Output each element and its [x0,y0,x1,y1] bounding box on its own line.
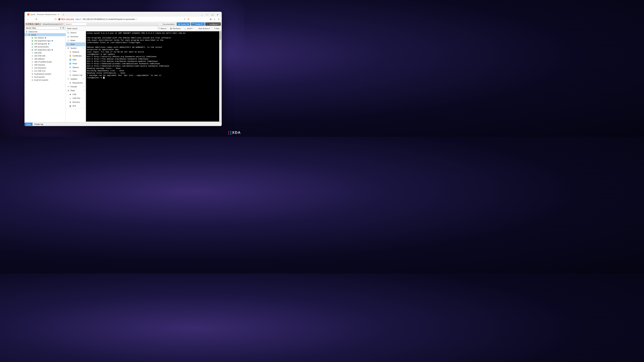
gear-icon: ⚙ [69,66,72,68]
security-status[interactable]: ! Not secure [58,18,74,21]
tree-label: 111 (VM 111) [34,70,46,72]
reboot-button[interactable]: ↻ Reboot [157,27,168,30]
global-search-input[interactable] [65,23,87,25]
extensions-icon[interactable]: ⊞ [209,18,212,21]
node-toolbar: Node 'ayush' ↻ Reboot ⏻ Shutdown >_ Shel… [66,26,222,31]
cluster-log-tab[interactable]: Cluster log [32,123,45,126]
tree-item[interactable]: 🗄Datacenter [24,30,66,33]
tree-item[interactable]: 🖥110 (Ubuntu2) [24,66,66,69]
user-menu[interactable]: 👤 root@pam ▾ [205,22,221,26]
tree-item[interactable]: 🖥100 (HA) [24,51,66,54]
close-icon[interactable]: ✕ [216,13,219,16]
gear-icon[interactable]: ⚙ [62,27,65,29]
documentation-button[interactable]: 📄 Documentation [158,22,176,26]
new-tab-button[interactable]: + [62,13,65,16]
node-title: Node 'ayush' [67,27,156,29]
shield-icon: 🛡 [67,86,70,88]
storage-icon: ⊞ [31,73,34,75]
menu-disks[interactable]: ⊟Disks▽ [66,89,85,92]
browser-window: ayush - Proxmox Virtual Environ ✕ + ⌄ — … [24,12,222,126]
refresh-icon: ↻ [67,78,70,80]
menu-notes[interactable]: ▢Notes [66,38,85,42]
create-vm-button[interactable]: 🖥 Create VM [177,22,190,26]
shield-icon[interactable]: ⛨ [187,18,190,21]
menu-system[interactable]: ⚙System▽ [66,46,85,50]
browser-tabbar: ayush - Proxmox Virtual Environ ✕ + ⌄ — … [24,12,222,16]
guest-icon: ◧ [31,46,34,48]
bulk-actions-button[interactable]: ⋮ Bulk Actions ▾ [195,27,211,30]
download-icon[interactable]: ⭳ [213,18,216,21]
shutdown-button[interactable]: ⏻ Shutdown [169,27,182,30]
forward-button[interactable]: → [30,18,34,21]
menu-lvm-thin[interactable]: ▢LVM-Thin [66,96,85,100]
help-button[interactable]: ? Help [213,27,220,30]
menu-hosts[interactable]: 🌐Hosts [66,62,85,65]
menu-search[interactable]: 🔍Search [66,31,85,35]
tree-item[interactable]: ◧101 (dashy) [24,36,66,39]
menu-network[interactable]: ⇆Network [66,50,85,54]
guest-icon: ◧ [31,43,34,45]
menu-zfs[interactable]: ▦ZFS [66,104,85,108]
terminal-output[interactable]: Linux ayush 6.8.4-2-pve #1 SMP PREEMPT_D… [86,31,219,121]
view-selector[interactable]: Server View ▾ [25,26,62,29]
terminal-scrollbar[interactable] [219,31,221,121]
tree-item[interactable]: ◧105 (zoneminder) [24,45,66,48]
back-button[interactable]: ← [26,18,29,21]
proxmox-logo[interactable]: ✖ PROXMOX [26,22,41,26]
guest-icon: 🖥 [31,55,34,57]
url-field[interactable]: https://192.168.29.225:8006/#v1:0:=node%… [75,18,182,20]
shell-button[interactable]: >_ Shell ▾ [183,27,194,30]
reload-button[interactable]: ⟳ [35,18,38,21]
menu-syslog[interactable]: ☰System Log [66,73,85,77]
guest-icon: ◧ [31,37,34,39]
minimize-icon[interactable]: — [206,13,209,16]
product-version: Virtual Environment 8.2.7 [42,23,63,25]
menu-summary[interactable]: 📖Summary [66,35,85,38]
menu-shell[interactable]: >_Shell [66,42,85,46]
chevron-down-icon[interactable]: ⌄ [200,13,204,16]
tree-item[interactable]: ⊞localnetwork (ayush) [24,72,66,75]
cogs-icon: ⚙ [67,47,70,49]
tree-item[interactable]: ⊟local (ayush) [24,75,66,78]
menu-time[interactable]: 🕒Time [66,69,85,73]
maximize-icon[interactable]: ▢ [211,13,214,16]
tree-item[interactable]: 🖥109 (Ubuntu) [24,63,66,66]
alert-icon: ! [58,18,60,20]
scrollbar-thumb[interactable] [219,31,221,40]
tree-label: 109 (Ubuntu) [34,64,45,66]
menu-certificates[interactable]: 🏅Certificates [66,54,85,58]
square-icon: ■ [69,93,72,95]
menu-directory[interactable]: ■Directory [66,100,85,104]
tree-item[interactable]: 🖥106 (debian) [24,57,66,60]
expand-icon: ▷ [83,86,84,87]
tree-item[interactable]: 🗄ayush [24,33,66,36]
create-ct-button[interactable]: 📦 Create CT [191,22,205,26]
main-panel: Node 'ayush' ↻ Reboot ⏻ Shutdown >_ Shel… [66,26,222,122]
menu-options[interactable]: ⚙Options [66,65,85,69]
bracket-icon: [ [228,130,230,135]
menu-dns[interactable]: 🌐DNS [66,58,85,62]
menu-repositories[interactable]: ⧉Repositories [66,81,85,85]
tree-item[interactable]: 🖥108 (TrueNAS-Scale) [24,60,66,63]
bookmark-icon[interactable]: ☐ [54,18,57,21]
tree-item[interactable]: ◧104 (wireguard) [24,42,66,45]
menu-scroll-down[interactable]: ⌄ [66,108,85,110]
browser-tab[interactable]: ayush - Proxmox Virtual Environ ✕ [26,12,61,16]
guest-icon: 🖥 [31,67,34,69]
menu-lvm[interactable]: ■LVM [66,92,85,96]
tasks-tab[interactable]: Tasks [24,123,32,126]
menu-firewall[interactable]: 🛡Firewall▷ [66,85,85,89]
tab-close-icon[interactable]: ✕ [58,13,59,15]
tree-item[interactable]: ◧107 (paperless-ngx) [24,48,66,51]
grid-icon: ▦ [69,105,72,107]
tree-label: 106 (debian) [34,58,44,60]
tree-label: 101 (dashy) [34,37,44,39]
tree-item[interactable]: 🖥103 (VM 103) [24,54,66,57]
menu-updates[interactable]: ↻Updates▽ [66,77,85,81]
menu-icon[interactable]: ≡ [217,18,220,21]
tree-label: ayush [31,34,36,36]
tree-item[interactable]: ◧102 (paperless-ngx) [24,39,66,42]
share-icon[interactable]: ⇪ [183,18,186,21]
tree-item[interactable]: 🖥111 (VM 111) [24,69,66,72]
tree-item[interactable]: ⊟local-lvm (ayush) [24,78,66,81]
